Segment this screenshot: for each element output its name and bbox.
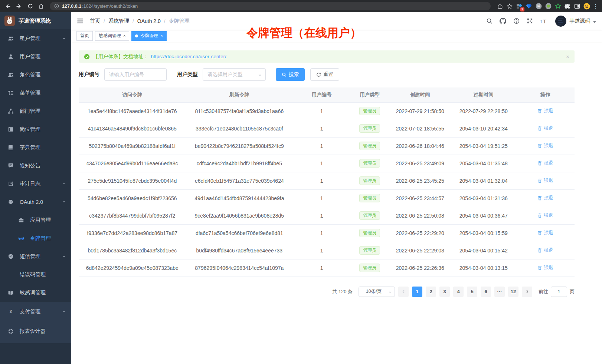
tag-1[interactable]: 敏感词管理× <box>95 31 129 41</box>
force-logout-label: 强退 <box>544 247 553 254</box>
force-logout-button[interactable]: 强退 <box>537 160 553 166</box>
browser-menu-icon[interactable]: ⋮ <box>592 3 599 10</box>
page-info-icon[interactable] <box>54 4 59 9</box>
sidebar-item-label: 用户管理 <box>20 53 40 60</box>
force-logout-button[interactable]: 强退 <box>537 212 553 219</box>
help-icon[interactable] <box>513 18 520 24</box>
browser-home-icon[interactable] <box>36 1 46 11</box>
alert-close-icon[interactable]: × <box>566 53 569 60</box>
fullscreen-icon[interactable] <box>527 18 533 24</box>
reset-button[interactable]: 重置 <box>310 68 339 81</box>
access-token-cell: 502375b8040a469a9b82188afdf6af1f <box>79 137 186 155</box>
breadcrumb-home[interactable]: 首页 <box>90 18 100 24</box>
page-button-5[interactable]: 5 <box>467 287 477 297</box>
sidebar-item-sms[interactable]: 短信管理 <box>0 247 71 265</box>
tab-split-icon[interactable] <box>573 2 581 10</box>
prev-page-button[interactable] <box>398 287 409 297</box>
font-size-icon[interactable]: TT <box>540 18 548 24</box>
sidebar-item-label: 审计日志 <box>20 181 40 187</box>
sidebar-item-menu[interactable]: 菜单管理 <box>0 84 71 102</box>
next-page-button[interactable] <box>522 287 532 297</box>
tag-close-icon[interactable]: × <box>160 34 163 38</box>
user-id-input[interactable] <box>104 68 167 81</box>
sidebar-item-label: 部门管理 <box>20 108 40 115</box>
page-button-2[interactable]: 2 <box>426 287 436 297</box>
admin-badge: 管理员 <box>359 176 380 185</box>
extension-star-icon[interactable] <box>554 2 562 10</box>
sidebar-item-tenant[interactable]: 租户管理 <box>0 29 71 47</box>
user-type-cell: 管理员 <box>350 224 389 242</box>
alert-doc-link[interactable]: https://doc.iocoder.cn/user-center/ <box>151 54 226 59</box>
sidebar-item-role[interactable]: 角色管理 <box>0 66 71 84</box>
force-logout-button[interactable]: 强退 <box>537 247 553 254</box>
extensions-puzzle-icon[interactable] <box>563 2 572 10</box>
sidebar-item-label: 报表设计器 <box>20 328 46 335</box>
sidebar-item-report[interactable]: 报表设计器 <box>0 321 71 341</box>
svg-text:⌘: ⌘ <box>537 4 540 8</box>
sms-icon <box>7 253 14 260</box>
search-button[interactable]: 搜索 <box>276 68 305 81</box>
sidebar-collapse-icon[interactable] <box>77 18 84 24</box>
profile-avatar-icon[interactable] <box>583 2 591 10</box>
app-logo-rabbit <box>4 16 15 26</box>
breadcrumb-system[interactable]: 系统管理 <box>108 18 129 24</box>
force-logout-button[interactable]: 强退 <box>537 107 553 114</box>
user-menu[interactable]: 芋道源码 <box>555 16 596 27</box>
user-type-select[interactable]: 请选择用户类型 <box>203 68 266 81</box>
table-row: c347026e805e4d99b0d116eae66eda8ccdfc4ce9… <box>79 155 575 172</box>
browser-back-icon[interactable] <box>3 1 13 11</box>
tag-close-icon[interactable]: × <box>123 34 125 38</box>
share-icon[interactable] <box>496 2 504 10</box>
breadcrumb-oauth[interactable]: OAuth 2.0 <box>137 18 161 24</box>
sidebar-item-notice[interactable]: 通知公告 <box>0 156 71 175</box>
force-logout-button[interactable]: 强退 <box>537 229 553 236</box>
sidebar-item-dict[interactable]: 字典管理 <box>0 138 71 156</box>
sidebar-item-token[interactable]: (A)令牌管理 <box>0 229 71 247</box>
bookmark-star-icon[interactable] <box>506 2 514 10</box>
sidebar-item-app[interactable]: 应用管理 <box>0 211 71 229</box>
url-bar[interactable]: 127.0.0.1:1024/system/oauth2/token <box>50 2 491 10</box>
refresh-token-cell: e6cfd40eb1f54571a31e775e039c4624 <box>186 172 293 189</box>
page-button-12[interactable]: 12 <box>508 287 518 297</box>
force-logout-label: 强退 <box>544 229 553 236</box>
sidebar-item-errcode[interactable]: 错误码管理 <box>0 265 71 284</box>
sidebar-item-sensitive[interactable]: 敏感词管理 <box>0 284 71 302</box>
page-button-3[interactable]: 3 <box>439 287 450 297</box>
header-search-icon[interactable] <box>486 18 493 24</box>
force-logout-button[interactable]: 强退 <box>537 177 553 184</box>
force-logout-button[interactable]: 强退 <box>537 264 553 271</box>
sidebar-item-pay[interactable]: ¥支付管理 <box>0 302 71 321</box>
tag-0[interactable]: 首页 <box>76 31 93 41</box>
svg-text:(A): (A) <box>19 236 23 240</box>
sidebar-item-user[interactable]: 用户管理 <box>0 47 71 66</box>
user-type-cell: 管理员 <box>350 120 389 137</box>
browser-forward-icon[interactable] <box>14 1 24 11</box>
app-logo-row[interactable]: 芋道管理系统 <box>0 12 71 29</box>
sidebar-item-oauth[interactable]: OAuth 2.0 <box>0 193 71 211</box>
actions-cell: 强退 <box>516 207 575 224</box>
force-logout-button[interactable]: 强退 <box>537 125 553 132</box>
page-button-1[interactable]: 1 <box>412 287 422 297</box>
extension-gem-icon[interactable] <box>525 2 533 10</box>
sidebar-item-post[interactable]: 岗位管理 <box>0 120 71 138</box>
force-logout-button[interactable]: 强退 <box>537 195 553 201</box>
browser-reload-icon[interactable] <box>25 1 35 11</box>
sidebar-item-log[interactable]: 审计日志 <box>0 175 71 193</box>
extension-command-icon[interactable]: ⌘ <box>534 2 543 10</box>
goto-page-input[interactable] <box>551 287 567 297</box>
log-icon <box>7 181 14 187</box>
tag-active[interactable]: 令牌管理× <box>131 31 166 41</box>
user-id-cell: 1 <box>293 172 350 189</box>
force-logout-button[interactable]: 强退 <box>537 142 553 149</box>
app-title: 芋道管理系统 <box>19 17 51 24</box>
sidebar-item-dept[interactable]: 部门管理 <box>0 102 71 120</box>
expire-time-cell: 2022-07-29 22:28:50 <box>451 102 516 120</box>
page-button-4[interactable]: 4 <box>453 287 464 297</box>
extension-record-icon[interactable] <box>544 2 552 10</box>
page-size-select[interactable]: 10条/页 <box>359 287 395 297</box>
token-icon: (A) <box>18 235 24 242</box>
github-icon[interactable] <box>500 18 506 24</box>
extension-tampermonkey-icon[interactable]: 9 <box>515 2 523 10</box>
page-button-6[interactable]: 6 <box>481 287 491 297</box>
page-ellipsis-button[interactable]: ··· <box>494 287 505 297</box>
